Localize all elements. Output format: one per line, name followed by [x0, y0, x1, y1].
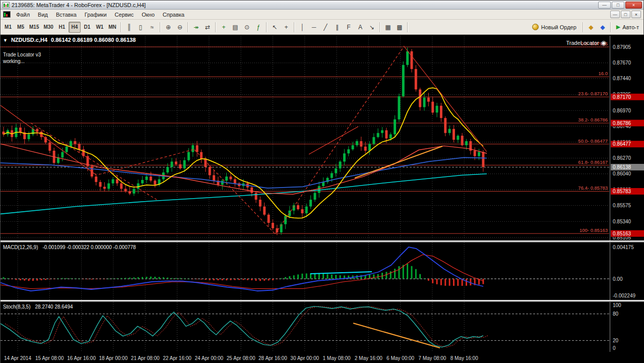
text-label-icon[interactable]: A [355, 22, 366, 33]
timeframe-m5[interactable]: M5 [15, 22, 27, 33]
toolbar-group: ▦▩ [382, 22, 405, 33]
stoch-panel-canvas[interactable]: 10080200 [1, 302, 644, 352]
mdi-close-button[interactable]: × [631, 11, 641, 18]
time-axis-label: 24 Apr 00:00 [195, 355, 223, 361]
fib-label: 23.6- 0.87170 [578, 91, 608, 96]
auto-scroll-icon[interactable]: ↠ [190, 22, 202, 33]
menu-item-insert[interactable]: Вставка [52, 11, 81, 19]
fibonacci-icon[interactable]: F [343, 22, 354, 33]
signals-icon[interactable]: ◆ [597, 22, 608, 33]
close-button[interactable]: × [625, 2, 642, 9]
timeframe-mn[interactable]: MN [106, 22, 118, 33]
time-axis[interactable]: 14 Apr 201415 Apr 08:0016 Apr 16:0018 Ap… [1, 352, 644, 363]
mdi-restore-button[interactable]: □ [621, 11, 630, 18]
stoch-axis-label: 0 [613, 345, 616, 351]
crosshair-icon[interactable]: + [281, 22, 292, 33]
toolbar-separator [120, 22, 121, 32]
coin-icon [532, 24, 539, 30]
toolbar-separator [187, 22, 188, 32]
fib-label: 61.8- 0.86167 [578, 159, 608, 165]
menu-bar: ФайлВидВставкаГрафикиСервисОкноСправка —… [1, 10, 643, 20]
symbol-dropdown-icon[interactable]: ▼ [3, 38, 8, 43]
moving-average-line [1, 144, 487, 194]
stoch-main-line [1, 307, 483, 347]
trendline-icon[interactable]: ╱ [320, 22, 331, 33]
minimize-button[interactable]: — [598, 2, 611, 9]
toolbar-group: +▤⊙ƒ [218, 22, 264, 33]
macd-axis-label: -0.002249 [613, 293, 635, 298]
stoch-trendline-object [353, 323, 440, 348]
trendline-object [275, 47, 404, 234]
timeframe-w1[interactable]: W1 [94, 22, 106, 33]
macd-panel-canvas[interactable]: 0.0041750.00-0.002249 [1, 243, 644, 300]
trade-locator-badge: TradeLocator ◉ [566, 39, 606, 46]
macd-main-line [1, 247, 483, 291]
price-badge-label: 0.86138 [613, 164, 631, 170]
timeframe-d1[interactable]: D1 [81, 22, 93, 33]
bar-chart-icon[interactable]: ║ [123, 22, 135, 33]
play-icon: ▶ [616, 24, 620, 30]
time-axis-label: 7 May 08:00 [418, 355, 446, 361]
macd-signal-line [1, 255, 483, 289]
channel-icon[interactable]: ∥ [332, 22, 343, 33]
market-icon[interactable]: ◆ [586, 22, 597, 33]
time-axis-label: 2 May 16:00 [355, 355, 382, 361]
auto-trading-button[interactable]: ▶Авто-т [613, 22, 642, 33]
new-chart-icon[interactable]: + [218, 22, 229, 33]
period-icon[interactable]: ⊙ [241, 22, 252, 33]
trendline-object [355, 146, 442, 178]
arrow-objects-icon[interactable]: ↘ [366, 22, 377, 33]
menu-item-charts[interactable]: Графики [81, 11, 111, 19]
timeframe-m15[interactable]: M15 [27, 22, 41, 33]
menu-item-file[interactable]: Файл [12, 11, 34, 19]
stoch-axis-label: 100 [613, 302, 621, 308]
chart-window-icon[interactable] [3, 11, 11, 18]
macd-axis-label: 0.004175 [613, 245, 634, 250]
trade-locator-icon[interactable]: ◉ [601, 39, 606, 46]
toolbar-group: ║▯≈ [123, 22, 158, 33]
profiles-icon[interactable]: ▤ [230, 22, 241, 33]
timeframe-m1[interactable]: M1 [2, 22, 14, 33]
price-badge-label: 0.86477 [613, 141, 631, 147]
time-axis-label: 6 May 00:00 [387, 355, 414, 361]
new-order-button[interactable]: Новый Ордер [528, 22, 581, 33]
moving-average-line [1, 174, 487, 214]
maximize-button[interactable]: □ [612, 2, 624, 9]
tile-windows-icon[interactable]: ▦ [382, 22, 394, 33]
macd-header: MACD(12,26,9) -0.001099 -0.000322 0.0000… [3, 245, 136, 250]
candlestick-chart-icon[interactable]: ▯ [135, 22, 146, 33]
menu-item-help[interactable]: Справка [159, 11, 188, 19]
indicators-icon[interactable]: ƒ [253, 22, 264, 33]
fib-label: 16.0 [599, 71, 608, 76]
macd-axis-label: 0.00 [613, 276, 623, 282]
price-badge-label: 0.85783 [613, 189, 631, 194]
metatrader-window: 2139685: MetaTrader 4 - RoboForex - [NZD… [0, 0, 644, 363]
title-bar: 2139685: MetaTrader 4 - RoboForex - [NZD… [1, 1, 643, 10]
time-axis-label: 14 Apr 2014 [4, 355, 31, 361]
menu-item-window[interactable]: Окно [138, 11, 159, 19]
menu-item-view[interactable]: Вид [34, 11, 52, 19]
timeframe-h1[interactable]: H1 [56, 22, 68, 33]
price-axis-label: 0.85340 [613, 219, 631, 224]
time-axis-label: 25 Apr 08:00 [227, 355, 255, 361]
main-chart-canvas[interactable]: 0.879050.876700.874400.872050.869700.867… [1, 36, 644, 240]
zoom-out-icon[interactable]: ⊖ [174, 22, 185, 33]
price-axis-label: 0.87905 [613, 44, 631, 50]
line-chart-icon[interactable]: ≈ [147, 22, 158, 33]
price-axis-label: 0.87670 [613, 60, 631, 66]
chart-shift-icon[interactable]: ⇄ [202, 22, 213, 33]
timeframe-h4[interactable]: H4 [69, 22, 81, 33]
price-axis-label: 0.85575 [613, 203, 631, 208]
trade-locator-status: working... [3, 58, 41, 65]
timeframe-m30[interactable]: M30 [41, 22, 55, 33]
zoom-in-icon[interactable]: ⊕ [163, 22, 174, 33]
vertical-line-icon[interactable]: │ [297, 22, 308, 33]
menu-item-tools[interactable]: Сервис [111, 11, 138, 19]
mdi-minimize-button[interactable]: — [610, 11, 620, 18]
cursor-icon[interactable]: ↖ [269, 22, 280, 33]
toolbar-separator [160, 22, 161, 32]
timeframe-group: M1M5M15M30H1H4D1W1MN [2, 22, 118, 33]
cascade-windows-icon[interactable]: ▩ [394, 22, 405, 33]
horizontal-line-icon[interactable]: ─ [308, 22, 319, 33]
chart-header: ▼ NZDUSD.c,H4 0.86142 0.86189 0.86080 0.… [3, 37, 136, 43]
